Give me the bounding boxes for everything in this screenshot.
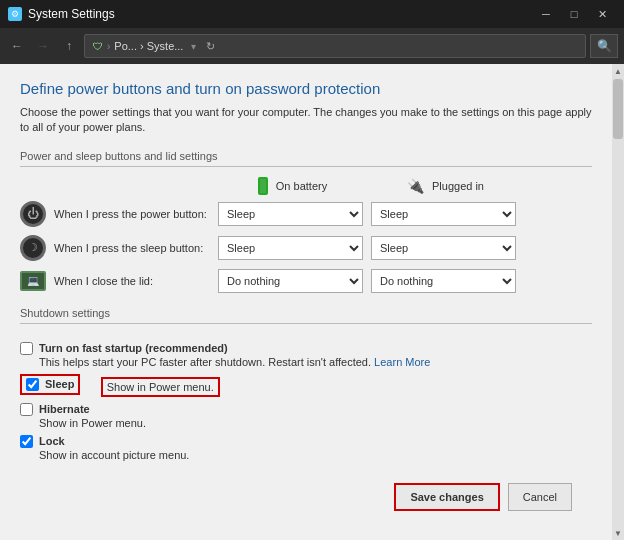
lid-setting-row: 💻 When I close the lid: Do nothing Sleep… — [20, 269, 592, 293]
sleep-battery-dropdown-wrap: Do nothing Sleep Hibernate Shut down Tur… — [218, 236, 363, 260]
learn-more-link[interactable]: Learn More — [374, 356, 430, 368]
sleep-item: Sleep Show in Power menu. — [20, 374, 592, 397]
fast-startup-row: Turn on fast startup (recommended) — [20, 342, 592, 355]
content-area: Define power buttons and turn on passwor… — [0, 64, 624, 540]
sleep-plugged-dropdown[interactable]: Do nothing Sleep Hibernate Shut down Tur… — [371, 236, 516, 260]
page-title: Define power buttons and turn on passwor… — [20, 80, 592, 97]
hibernate-row: Hibernate — [20, 403, 592, 416]
shutdown-section-header: Shutdown settings — [20, 307, 592, 324]
app-icon: ⚙ — [8, 7, 22, 21]
battery-column-header: On battery — [220, 177, 365, 195]
fast-startup-sublabel: This helps start your PC faster after sh… — [39, 356, 592, 368]
address-path: 🛡 › Po... › Syste... ▾ ↻ — [93, 40, 577, 53]
window-controls: ─ □ ✕ — [532, 4, 616, 24]
lid-plugged-dropdown-wrap: Do nothing Sleep Hibernate Shut down Tur… — [371, 269, 516, 293]
title-bar: ⚙ System Settings ─ □ ✕ — [0, 0, 624, 28]
up-button[interactable]: ↑ — [58, 35, 80, 57]
footer: Save changes Cancel — [20, 475, 592, 521]
sleep-checkbox[interactable] — [26, 378, 39, 391]
lid-icon: 💻 — [20, 271, 46, 291]
scroll-down-arrow[interactable]: ▼ — [612, 526, 624, 540]
power-button-label: When I press the power button: — [54, 208, 218, 220]
shutdown-items: Turn on fast startup (recommended) This … — [20, 334, 592, 475]
lid-label: When I close the lid: — [54, 275, 218, 287]
address-text: Po... › Syste... — [114, 40, 183, 52]
scrollbar[interactable]: ▲ ▼ — [612, 64, 624, 540]
maximize-button[interactable]: □ — [560, 4, 588, 24]
hibernate-checkbox[interactable] — [20, 403, 33, 416]
address-bar[interactable]: 🛡 › Po... › Syste... ▾ ↻ — [84, 34, 586, 58]
refresh-button[interactable]: ↻ — [206, 40, 215, 53]
sleep-button-label: When I press the sleep button: — [54, 242, 218, 254]
power-plugged-dropdown-wrap: Do nothing Sleep Hibernate Shut down Tur… — [371, 202, 516, 226]
sleep-button-setting-row: ☽ When I press the sleep button: Do noth… — [20, 235, 592, 261]
hibernate-label: Hibernate — [39, 403, 90, 415]
search-box[interactable]: 🔍 — [590, 34, 618, 58]
lock-checkbox[interactable] — [20, 435, 33, 448]
scroll-thumb[interactable] — [613, 79, 623, 139]
sleep-sublabel: Show in Power menu. — [107, 381, 214, 393]
sleep-plugged-dropdown-wrap: Do nothing Sleep Hibernate Shut down Tur… — [371, 236, 516, 260]
fast-startup-checkbox[interactable] — [20, 342, 33, 355]
main-content: Define power buttons and turn on passwor… — [0, 64, 612, 540]
lock-item: Lock Show in account picture menu. — [20, 435, 592, 461]
lid-plugged-dropdown[interactable]: Do nothing Sleep Hibernate Shut down Tur… — [371, 269, 516, 293]
power-battery-dropdown[interactable]: Do nothing Sleep Hibernate Shut down Tur… — [218, 202, 363, 226]
breadcrumb-separator: › — [107, 41, 110, 52]
hibernate-sublabel: Show in Power menu. — [39, 417, 592, 429]
hibernate-item: Hibernate Show in Power menu. — [20, 403, 592, 429]
lock-label: Lock — [39, 435, 65, 447]
save-changes-button[interactable]: Save changes — [394, 483, 499, 511]
battery-icon — [258, 177, 268, 195]
power-button-icon: ⏻ — [20, 201, 46, 227]
pluggedin-column-header: 🔌 Plugged in — [373, 177, 518, 195]
power-section-header: Power and sleep buttons and lid settings — [20, 150, 592, 167]
sleep-battery-dropdown[interactable]: Do nothing Sleep Hibernate Shut down Tur… — [218, 236, 363, 260]
search-icon: 🔍 — [597, 39, 612, 53]
scroll-track[interactable] — [612, 78, 624, 526]
close-button[interactable]: ✕ — [588, 4, 616, 24]
forward-button[interactable]: → — [32, 35, 54, 57]
back-button[interactable]: ← — [6, 35, 28, 57]
fast-startup-label: Turn on fast startup (recommended) — [39, 342, 228, 354]
power-button-setting-row: ⏻ When I press the power button: Do noth… — [20, 201, 592, 227]
settings-table: ⏻ When I press the power button: Do noth… — [20, 201, 592, 293]
page-description: Choose the power settings that you want … — [20, 105, 592, 136]
scroll-up-arrow[interactable]: ▲ — [612, 64, 624, 78]
lock-sublabel: Show in account picture menu. — [39, 449, 592, 461]
dropdown-arrow-icon[interactable]: ▾ — [191, 41, 196, 52]
sleep-button-icon: ☽ — [20, 235, 46, 261]
minimize-button[interactable]: ─ — [532, 4, 560, 24]
address-folder-icon: 🛡 — [93, 41, 103, 52]
lid-battery-dropdown[interactable]: Do nothing Sleep Hibernate Shut down Tur… — [218, 269, 363, 293]
window-title: System Settings — [28, 7, 532, 21]
lid-battery-dropdown-wrap: Do nothing Sleep Hibernate Shut down Tur… — [218, 269, 363, 293]
shutdown-section: Shutdown settings Turn on fast startup (… — [20, 307, 592, 475]
fast-startup-item: Turn on fast startup (recommended) This … — [20, 342, 592, 368]
sleep-highlight-box: Sleep — [20, 374, 80, 395]
nav-bar: ← → ↑ 🛡 › Po... › Syste... ▾ ↻ 🔍 — [0, 28, 624, 64]
plugged-icon: 🔌 — [407, 178, 424, 194]
power-plugged-dropdown[interactable]: Do nothing Sleep Hibernate Shut down Tur… — [371, 202, 516, 226]
cancel-button[interactable]: Cancel — [508, 483, 572, 511]
window: ⚙ System Settings ─ □ ✕ ← → ↑ 🛡 › Po... … — [0, 0, 624, 540]
power-battery-dropdown-wrap: Do nothing Sleep Hibernate Shut down Tur… — [218, 202, 363, 226]
sleep-label: Sleep — [45, 378, 74, 390]
sleep-sublabel-highlight: Show in Power menu. — [101, 377, 220, 397]
table-header-row: On battery 🔌 Plugged in — [220, 177, 592, 195]
lock-row: Lock — [20, 435, 592, 448]
